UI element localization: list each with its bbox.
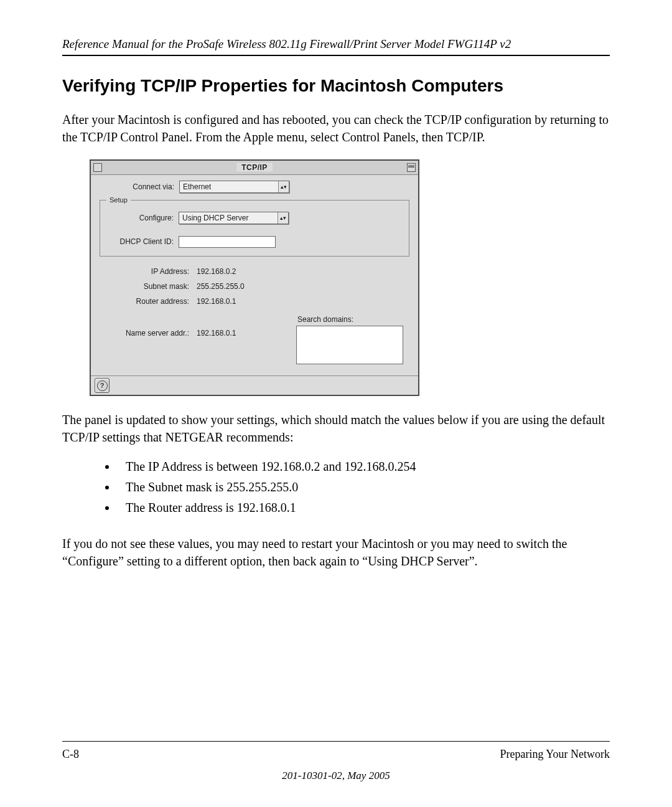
chevron-updown-icon: ▴▾: [278, 212, 288, 224]
post-screenshot-paragraph: The panel is updated to show your settin…: [62, 411, 610, 446]
dhcp-label: DHCP Client ID:: [106, 237, 179, 246]
configure-popup[interactable]: Using DHCP Server ▴▾: [179, 212, 289, 224]
connect-via-label: Connect via:: [100, 182, 179, 191]
router-address-label: Router address:: [106, 297, 197, 306]
chevron-updown-icon: ▴▾: [278, 181, 289, 192]
name-server-label: Name server addr.:: [106, 329, 197, 337]
bullet-list: The IP Address is between 192.168.0.2 an…: [62, 460, 610, 521]
list-item: The Subnet mask is 255.255.255.0: [117, 480, 610, 494]
window-titlebar: TCP/IP: [91, 161, 418, 175]
close-icon[interactable]: [93, 163, 102, 172]
search-domains-input[interactable]: [296, 326, 403, 364]
search-domains-label: Search domains:: [296, 315, 403, 324]
windowshade-icon[interactable]: [407, 163, 416, 172]
dhcp-client-id-input[interactable]: [179, 236, 276, 248]
help-icon: ?: [97, 380, 108, 391]
setup-fieldset: Setup Configure: Using DHCP Server ▴▾ DH…: [100, 196, 409, 257]
ip-address-value: 192.168.0.2: [197, 267, 236, 276]
ip-address-label: IP Address:: [106, 267, 197, 276]
closing-paragraph: If you do not see these values, you may …: [62, 535, 610, 570]
configure-value: Using DHCP Server: [182, 214, 248, 222]
connect-via-popup[interactable]: Ethernet ▴▾: [179, 181, 289, 193]
connect-via-value: Ethernet: [183, 182, 211, 191]
setup-legend: Setup: [106, 196, 131, 204]
footer-section-name: Preparing Your Network: [500, 748, 610, 761]
doc-id: 201-10301-02, May 2005: [62, 770, 610, 782]
configure-label: Configure:: [106, 214, 179, 222]
page-footer: C-8 Preparing Your Network: [62, 741, 610, 761]
list-item: The IP Address is between 192.168.0.2 an…: [117, 460, 610, 474]
router-address-value: 192.168.0.1: [197, 297, 236, 306]
page-number: C-8: [62, 748, 79, 761]
subnet-mask-label: Subnet mask:: [106, 282, 197, 291]
help-button[interactable]: ?: [95, 378, 110, 393]
running-header: Reference Manual for the ProSafe Wireles…: [62, 37, 610, 56]
intro-paragraph: After your Macintosh is configured and h…: [62, 111, 610, 146]
section-title: Verifying TCP/IP Properties for Macintos…: [62, 76, 610, 96]
tcpip-screenshot: TCP/IP Connect via: Ethernet ▴▾ Setup: [90, 159, 610, 396]
window-title: TCP/IP: [236, 163, 273, 172]
subnet-mask-value: 255.255.255.0: [197, 282, 245, 291]
list-item: The Router address is 192.168.0.1: [117, 501, 610, 515]
name-server-value: 192.168.0.1: [197, 329, 236, 337]
